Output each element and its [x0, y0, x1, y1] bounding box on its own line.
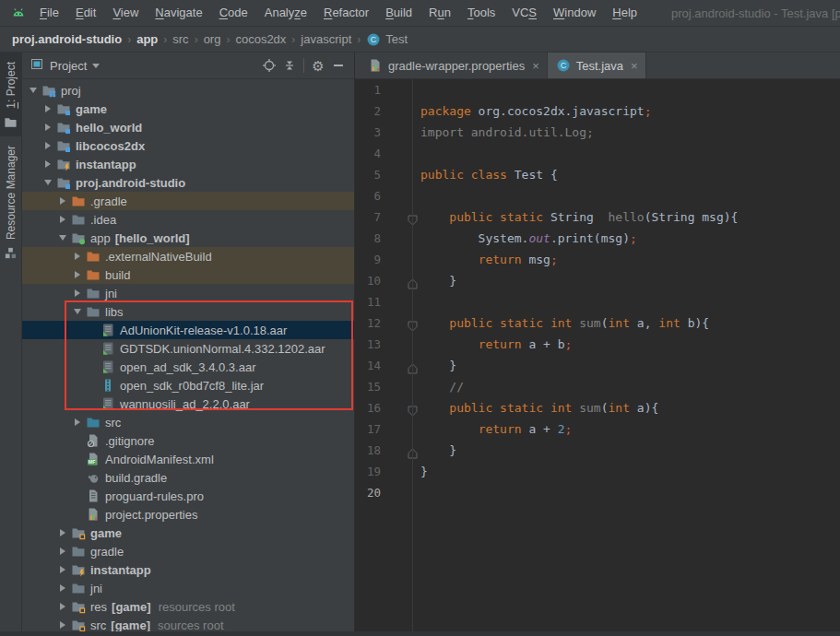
- breadcrumb-item-proj.android-studio[interactable]: proj.android-studio: [9, 32, 124, 46]
- menu-refactor[interactable]: Refactor: [315, 0, 377, 26]
- tree-right-arrow-icon[interactable]: [70, 418, 85, 426]
- tree-right-arrow-icon[interactable]: [55, 548, 70, 555]
- editor-tab-test-java[interactable]: CTest.java×: [548, 53, 646, 78]
- code-line-9[interactable]: 9 return msg;: [355, 249, 840, 270]
- breadcrumb-item-test[interactable]: CTest: [363, 32, 410, 47]
- tree-row--gradle[interactable]: .gradle: [22, 192, 354, 210]
- menu-build[interactable]: Build: [377, 0, 420, 26]
- tree-row-game[interactable]: game: [22, 524, 354, 542]
- tree-down-arrow-icon[interactable]: [70, 309, 85, 314]
- code-line-1[interactable]: 1: [355, 79, 840, 100]
- tree-right-arrow-icon[interactable]: [41, 142, 55, 149]
- code-line-15[interactable]: 15 //: [355, 376, 840, 397]
- menu-run[interactable]: Run: [420, 0, 459, 26]
- tree-row-proj[interactable]: proj: [22, 81, 354, 100]
- tree-row-game[interactable]: game: [22, 100, 354, 118]
- menu-analyze[interactable]: Analyze: [256, 0, 315, 26]
- tree-right-arrow-icon[interactable]: [55, 197, 70, 205]
- tree-row-res[interactable]: res[game]resources root: [22, 597, 354, 616]
- menu-vcs[interactable]: VCS: [503, 0, 545, 26]
- tree-row-project-properties[interactable]: project.properties: [22, 505, 354, 524]
- close-tab-icon[interactable]: ×: [532, 59, 539, 73]
- tree-row--idea[interactable]: .idea: [22, 210, 354, 229]
- tree-right-arrow-icon[interactable]: [70, 253, 85, 260]
- tree-right-arrow-icon[interactable]: [55, 621, 70, 629]
- tree-right-arrow-icon[interactable]: [55, 529, 70, 536]
- tree-down-arrow-icon[interactable]: [41, 180, 55, 185]
- breadcrumb-item-cocos2dx[interactable]: cocos2dx: [232, 32, 289, 46]
- tree-right-arrow-icon[interactable]: [55, 603, 70, 610]
- menu-code[interactable]: Code: [211, 0, 256, 26]
- code-line-3[interactable]: 3import android.util.Log;: [355, 122, 840, 143]
- tree-row--gitignore[interactable]: .gitignore: [22, 431, 354, 450]
- tree-right-arrow-icon[interactable]: [70, 289, 85, 297]
- tree-row-adunionkit-release-v1-0-18-aar[interactable]: AdUnionKit-release-v1.0.18.aar: [22, 321, 354, 339]
- locate-file-button[interactable]: [259, 55, 279, 76]
- hide-panel-button[interactable]: [328, 55, 349, 76]
- code-line-6[interactable]: 6: [355, 185, 840, 206]
- tree-right-arrow-icon[interactable]: [70, 271, 85, 278]
- breadcrumb-item-javascript[interactable]: javascript: [298, 32, 354, 46]
- code-line-12[interactable]: 12 public static int sum(int a, int b){: [355, 312, 840, 334]
- code-line-5[interactable]: 5public class Test {: [355, 164, 840, 185]
- tree-row--externalnativebuild[interactable]: .externalNativeBuild: [22, 247, 354, 265]
- tree-right-arrow-icon[interactable]: [55, 566, 70, 573]
- collapse-all-button[interactable]: [279, 55, 300, 76]
- settings-button[interactable]: ⚙: [308, 55, 328, 76]
- tree-right-arrow-icon[interactable]: [41, 124, 55, 131]
- code-line-16[interactable]: 16 public static int sum(int a){: [355, 397, 840, 418]
- code-line-19[interactable]: 19}: [355, 461, 840, 482]
- code-line-10[interactable]: 10 }: [355, 270, 840, 291]
- tree-right-arrow-icon[interactable]: [55, 584, 70, 592]
- tree-row-jni[interactable]: jni: [22, 579, 354, 597]
- tree-row-src[interactable]: src: [22, 413, 354, 431]
- menu-file[interactable]: File: [31, 0, 67, 26]
- tree-right-arrow-icon[interactable]: [55, 216, 70, 223]
- tree-down-arrow-icon[interactable]: [55, 235, 70, 241]
- code-line-11[interactable]: 11: [355, 291, 840, 312]
- tree-row-proj-android-studio[interactable]: proj.android-studio: [22, 173, 354, 192]
- code-line-4[interactable]: 4: [355, 143, 840, 164]
- tree-row-hello-world[interactable]: hello_world: [22, 118, 354, 136]
- tree-row-jni[interactable]: jni: [22, 284, 354, 302]
- menu-help[interactable]: Help: [604, 0, 645, 26]
- tree-down-arrow-icon[interactable]: [26, 88, 41, 93]
- tree-row-open-ad-sdk-3-4-0-3-aar[interactable]: open_ad_sdk_3.4.0.3.aar: [22, 358, 354, 376]
- tree-row-instantapp[interactable]: instantapp: [22, 560, 354, 579]
- tree-row-gradle[interactable]: gradle: [22, 542, 354, 560]
- tree-row-libcocos2dx[interactable]: libcocos2dx: [22, 136, 354, 155]
- code-line-7[interactable]: 7 public static String hello(String msg)…: [355, 206, 840, 228]
- code-line-18[interactable]: 18 }: [355, 440, 840, 461]
- tree-row-proguard-rules-pro[interactable]: proguard-rules.pro: [22, 487, 354, 505]
- code-line-2[interactable]: 2package org.cocos2dx.javascript;: [355, 100, 840, 122]
- tree-row-libs[interactable]: libs: [22, 302, 354, 321]
- code-line-13[interactable]: 13 return a + b;: [355, 334, 840, 355]
- breadcrumb-item-src[interactable]: src: [170, 32, 191, 46]
- code-line-17[interactable]: 17 return a + 2;: [355, 418, 840, 440]
- menu-window[interactable]: Window: [545, 0, 604, 26]
- tree-row-gdtsdk-unionnormal-4-332-1202-aar[interactable]: GDTSDK.unionNormal.4.332.1202.aar: [22, 339, 354, 358]
- tree-row-wannuosili-ad-2-2-0-aar[interactable]: wannuosili_ad_2.2.0.aar: [22, 395, 354, 413]
- menu-view[interactable]: View: [104, 0, 147, 26]
- code-line-14[interactable]: 14 }: [355, 355, 840, 376]
- tree-row-open-sdk-r0bd7cf8-lite-jar[interactable]: open_sdk_r0bd7cf8_lite.jar: [22, 376, 354, 395]
- editor-tab-gradle-wrapper-properties[interactable]: gradle-wrapper.properties×: [360, 53, 548, 78]
- tree-right-arrow-icon[interactable]: [41, 160, 55, 168]
- tree-row-instantapp[interactable]: instantapp: [22, 155, 354, 173]
- code-line-8[interactable]: 8 System.out.print(msg);: [355, 228, 840, 249]
- tree-row-build-gradle[interactable]: build.gradle: [22, 468, 354, 487]
- tool-tab-resource-manager[interactable]: Resource Manager: [0, 136, 22, 267]
- tree-right-arrow-icon[interactable]: [41, 105, 55, 112]
- breadcrumb-item-app[interactable]: app: [134, 32, 160, 46]
- tree-row-app[interactable]: app[hello_world]: [22, 229, 354, 247]
- project-view-title[interactable]: Project: [50, 59, 87, 73]
- project-tree[interactable]: projgamehello_worldlibcocos2dxinstantapp…: [22, 79, 354, 636]
- tool-tab-1-project[interactable]: 1: Project: [0, 53, 22, 136]
- code-line-20[interactable]: 20: [355, 482, 840, 503]
- code-editor[interactable]: 12package org.cocos2dx.javascript;3impor…: [355, 79, 840, 636]
- chevron-down-icon[interactable]: [92, 64, 100, 68]
- menu-tools[interactable]: Tools: [459, 0, 503, 26]
- tree-row-build[interactable]: build: [22, 265, 354, 284]
- breadcrumb-item-org[interactable]: org: [201, 32, 224, 46]
- menu-edit[interactable]: Edit: [67, 0, 104, 26]
